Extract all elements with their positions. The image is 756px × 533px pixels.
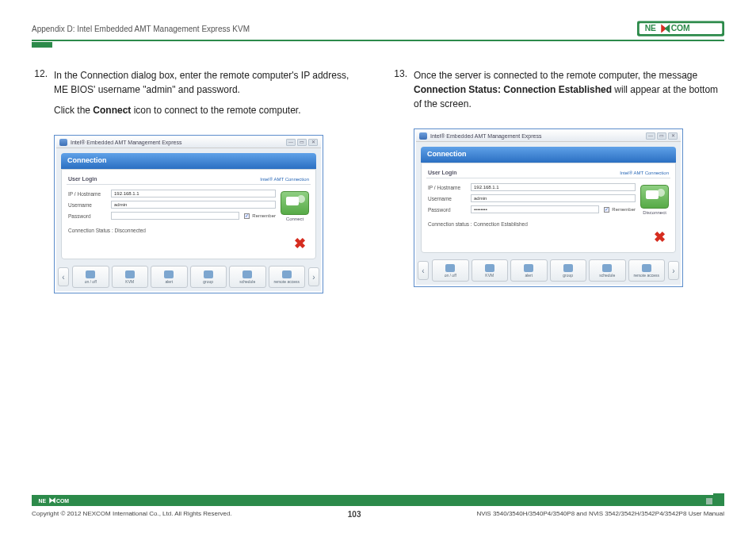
svg-text:NE: NE [39, 498, 47, 504]
tab-group[interactable]: group [190, 266, 227, 288]
tab-schedule[interactable]: schedule [589, 259, 626, 282]
footer-bar: NECOM [32, 495, 724, 506]
svg-marker-8 [52, 497, 55, 504]
tab-group[interactable]: group [550, 259, 587, 282]
window-titlebar: Intel® Embedded AMT Management Express —… [56, 137, 321, 148]
amt-connection-link[interactable]: Intel® AMT Connection [620, 171, 669, 175]
minimize-button[interactable]: — [646, 132, 655, 140]
tab-kvm[interactable]: KVM [472, 259, 509, 282]
connection-status: Connection status : Connection Establish… [426, 217, 670, 228]
window-title: Intel® Embedded AMT Management Express [430, 133, 541, 139]
nav-next-button[interactable]: › [308, 267, 319, 286]
step-body: In the Connection dialog box, enter the … [54, 68, 365, 124]
nav-next-button[interactable]: › [668, 261, 679, 280]
tab-schedule[interactable]: schedule [229, 266, 266, 288]
tab-alert[interactable]: alert [510, 259, 548, 282]
header-title: Appendix D: Intel Embedded AMT Managemen… [32, 25, 250, 33]
close-icon[interactable]: ✖ [67, 235, 311, 254]
ip-label: IP / Hostname [428, 185, 466, 190]
ip-input[interactable]: 192.168.1.1 [471, 183, 636, 191]
user-login-label: User Login [68, 176, 97, 182]
minimize-button[interactable]: — [286, 139, 296, 146]
page-number: 103 [348, 510, 361, 519]
screenshot-disconnected: Intel® Embedded AMT Management Express —… [54, 135, 323, 293]
step-text: In the Connection dialog box, enter the … [54, 68, 365, 97]
password-label: Password [428, 207, 466, 213]
step-body: Once the server is connected to the remo… [414, 68, 724, 117]
section-header: Connection [61, 153, 316, 169]
page-header: Appendix D: Intel Embedded AMT Managemen… [32, 21, 724, 41]
username-label: Username [428, 196, 466, 201]
password-label: Password [68, 213, 106, 219]
maximize-button[interactable]: ▭ [297, 139, 307, 146]
maximize-button[interactable]: ▭ [657, 132, 666, 140]
copyright-text: Copyright © 2012 NEXCOM International Co… [32, 510, 232, 519]
connect-icon[interactable] [281, 191, 309, 215]
page-footer: NECOM Copyright © 2012 NEXCOM Internatio… [32, 495, 724, 519]
step-text: Once the server is connected to the remo… [414, 68, 724, 111]
svg-text:NE: NE [645, 24, 656, 33]
section-header: Connection [421, 147, 676, 163]
close-button[interactable]: ✕ [668, 132, 678, 140]
app-icon [59, 139, 67, 146]
footer-decoration [705, 493, 724, 504]
ip-label: IP / Hostname [68, 191, 106, 197]
close-button[interactable]: ✕ [308, 139, 318, 146]
remember-checkbox[interactable]: Remember [244, 213, 276, 219]
step-text: Click the Connect icon to connect to the… [54, 103, 365, 117]
header-accent [32, 42, 52, 48]
amt-connection-link[interactable]: Intel® AMT Connection [260, 177, 309, 182]
tab-onoff[interactable]: on / off [432, 259, 469, 282]
nav-prev-button[interactable]: ‹ [58, 267, 69, 286]
app-icon [419, 132, 427, 140]
step-number: 12. [32, 68, 48, 124]
close-icon[interactable]: ✖ [426, 228, 670, 247]
column-left: 12. In the Connection dialog box, enter … [32, 68, 365, 293]
manual-title: NViS 3540/3540H/3540P4/3540P8 and NViS 3… [477, 510, 724, 519]
ip-input[interactable]: 192.168.1.1 [111, 190, 276, 197]
connect-label: Connect [286, 217, 304, 221]
step-number: 13. [391, 68, 407, 117]
nexcom-logo: NECOM [637, 21, 724, 36]
disconnect-icon[interactable] [640, 185, 669, 209]
connection-status: Connection Status : Disconnected [67, 223, 311, 235]
username-input[interactable]: admin [471, 194, 636, 202]
user-login-label: User Login [428, 170, 457, 175]
tab-onoff[interactable]: on / off [72, 266, 109, 288]
nav-prev-button[interactable]: ‹ [418, 261, 429, 280]
svg-text:COM: COM [56, 498, 69, 504]
screenshot-connected: Intel® Embedded AMT Management Express —… [414, 128, 683, 287]
window-title: Intel® Embedded AMT Management Express [71, 140, 181, 145]
tab-alert[interactable]: alert [151, 266, 188, 288]
window-titlebar: Intel® Embedded AMT Management Express —… [416, 131, 681, 142]
tab-remoteaccess[interactable]: remote access [269, 266, 306, 288]
column-right: 13. Once the server is connected to the … [391, 68, 724, 293]
username-input[interactable]: admin [111, 201, 276, 209]
password-input[interactable] [111, 212, 239, 220]
tab-remoteaccess[interactable]: remote access [628, 259, 666, 282]
remember-checkbox[interactable]: Remember [604, 207, 636, 213]
disconnect-label: Disconnect [643, 210, 666, 215]
password-input[interactable]: •••••••• [471, 205, 599, 213]
svg-text:COM: COM [671, 24, 690, 33]
tab-kvm[interactable]: KVM [112, 266, 149, 288]
username-label: Username [68, 202, 106, 208]
